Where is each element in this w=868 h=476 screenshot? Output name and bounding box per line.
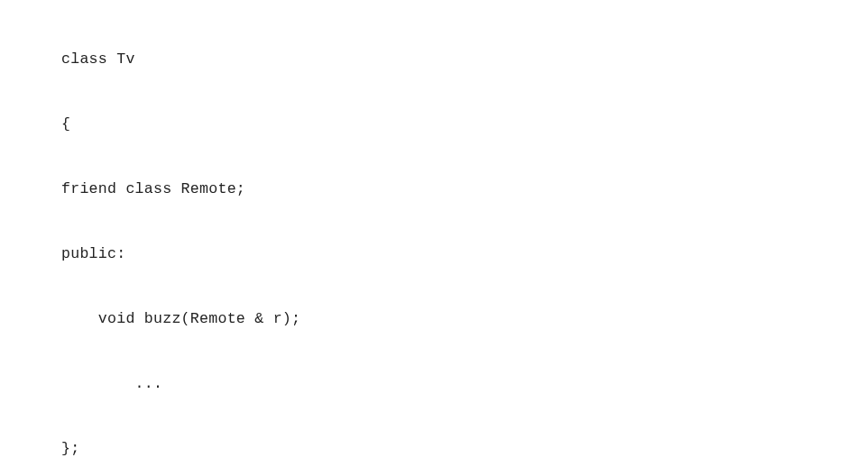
code-line: ... [61,373,843,395]
code-listing: class Tv { friend class Remote; public: … [25,5,843,476]
page-content: class Tv { friend class Remote; public: … [0,0,868,476]
code-line: }; [61,438,843,460]
code-line: { [61,114,843,135]
code-line: void buzz(Remote & r); [61,308,843,330]
code-line: class Tv [61,49,843,70]
code-line: friend class Remote; [61,178,843,200]
code-line: public: [61,243,843,265]
